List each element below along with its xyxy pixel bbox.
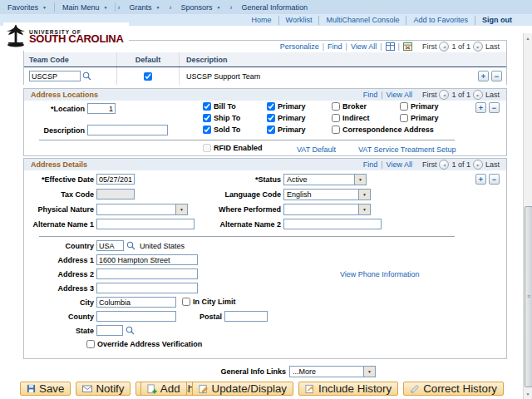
language-code-label: Language Code — [214, 190, 281, 199]
view-all-link[interactable]: View All — [351, 42, 377, 51]
include-history-button[interactable]: Include History — [298, 382, 398, 396]
previous-row-icon[interactable] — [439, 160, 449, 170]
delete-location-button[interactable] — [489, 102, 500, 113]
find-link[interactable]: Find — [363, 160, 378, 169]
next-row-icon[interactable] — [473, 42, 483, 52]
university-logo: UNIVERSITY OF SOUTH CAROLINA — [3, 22, 129, 51]
sold-to-checkbox-cell: Sold To — [203, 126, 240, 134]
alternate-name-1-input[interactable] — [96, 219, 195, 229]
vat-default-link[interactable]: VAT Default — [297, 145, 336, 154]
add-address-row-button[interactable] — [475, 174, 486, 185]
download-to-excel-icon[interactable] — [403, 42, 412, 51]
ship-primary-checkbox[interactable] — [267, 114, 275, 122]
state-label: State — [24, 327, 94, 335]
indirect-primary-checkbox[interactable] — [400, 114, 408, 122]
rfid-enabled-checkbox[interactable] — [203, 144, 211, 152]
broker-checkbox[interactable] — [332, 102, 340, 111]
next-row-icon[interactable] — [473, 160, 483, 170]
add-icon — [147, 384, 157, 394]
team-code-input[interactable] — [29, 71, 81, 81]
section-pager: First 1 of 1 Last — [422, 160, 500, 170]
find-link[interactable]: Find — [328, 42, 342, 51]
location-input[interactable] — [87, 103, 116, 114]
indirect-checkbox[interactable] — [332, 114, 340, 122]
delete-address-row-button[interactable] — [489, 174, 500, 185]
country-lookup-icon[interactable] — [126, 241, 135, 250]
ship-to-checkbox[interactable] — [203, 114, 211, 122]
scrollbar-thumb[interactable] — [525, 206, 532, 387]
team-code-lookup-icon[interactable] — [82, 71, 91, 81]
view-phone-information-link[interactable]: View Phone Information — [340, 270, 419, 278]
status-select[interactable]: Active — [283, 174, 367, 185]
where-performed-select[interactable] — [283, 204, 371, 215]
menu-favorites[interactable]: Favorites — [0, 3, 54, 12]
previous-row-icon[interactable] — [439, 90, 449, 100]
default-checkbox[interactable] — [144, 72, 152, 81]
correct-history-button[interactable]: Correct History — [403, 382, 504, 396]
home-link[interactable]: Home — [245, 16, 278, 24]
bill-primary-checkbox[interactable] — [267, 102, 275, 111]
breadcrumb-sponsors[interactable]: Sponsors — [173, 3, 228, 12]
effective-date-input[interactable] — [96, 174, 135, 185]
add-button[interactable]: Add — [140, 382, 187, 396]
address-details-section: Address Details Find View All First 1 of… — [23, 158, 507, 359]
address-1-input[interactable] — [96, 254, 198, 265]
physical-nature-select[interactable] — [96, 204, 188, 215]
previous-row-icon[interactable] — [439, 42, 449, 52]
location-description-input[interactable] — [87, 125, 168, 135]
correspondence-address-checkbox[interactable] — [332, 126, 340, 134]
add-to-favorites-link[interactable]: Add to Favorites — [406, 16, 475, 24]
worklist-link[interactable]: Worklist — [279, 16, 319, 24]
tax-code-input[interactable] — [96, 189, 135, 200]
general-info-links-select[interactable]: ...More — [289, 366, 376, 377]
add-location-button[interactable] — [475, 102, 486, 113]
address-2-input[interactable] — [96, 268, 198, 279]
alternate-name-1-label: Alternate Name 1 — [24, 220, 94, 229]
chevron-icon — [167, 3, 173, 12]
personalize-link[interactable]: Personalize — [280, 42, 319, 51]
broker-primary-checkbox[interactable] — [400, 102, 408, 111]
vat-service-treatment-setup-link[interactable]: VAT Service Treatment Setup — [358, 145, 456, 154]
update-display-button[interactable]: Update/Display — [192, 382, 293, 396]
scroll-down-button[interactable]: ▼ — [524, 389, 532, 399]
override-address-verification-checkbox[interactable] — [86, 340, 95, 348]
sold-to-checkbox[interactable] — [203, 126, 211, 134]
vertical-scrollbar[interactable]: ▲ ▼ — [523, 33, 532, 399]
sign-out-link[interactable]: Sign out — [475, 16, 519, 24]
find-link[interactable]: Find — [363, 91, 378, 99]
delete-row-button[interactable] — [491, 71, 502, 81]
breadcrumb-current-page[interactable]: General Information — [234, 3, 315, 12]
postal-input[interactable] — [224, 311, 268, 322]
pager-first-label[interactable]: First — [422, 91, 437, 99]
next-row-icon[interactable] — [473, 90, 483, 100]
effective-date-label: *Effective Date — [24, 175, 94, 184]
sold-primary-checkbox[interactable] — [267, 126, 275, 134]
add-row-button[interactable] — [478, 71, 489, 81]
menu-main-menu[interactable]: Main Menu — [55, 3, 115, 12]
alternate-name-2-input[interactable] — [283, 219, 382, 229]
pager-last-label[interactable]: Last — [485, 91, 500, 99]
address-3-input[interactable] — [96, 283, 198, 293]
notify-envelope-icon — [82, 384, 92, 393]
dropdown-arrow-icon — [358, 190, 370, 200]
breadcrumb-grants[interactable]: Grants — [121, 3, 167, 12]
pager-first-label[interactable]: First — [422, 160, 437, 169]
state-input[interactable] — [96, 325, 123, 336]
pager-last-label[interactable]: Last — [485, 160, 500, 169]
country-input[interactable] — [96, 240, 124, 251]
county-input[interactable] — [96, 311, 176, 322]
zoom-grid-icon[interactable] — [386, 42, 395, 51]
pager-last-label[interactable]: Last — [485, 42, 500, 51]
state-lookup-icon[interactable] — [126, 326, 135, 335]
pager-first-label[interactable]: First — [422, 42, 437, 51]
scroll-up-button[interactable]: ▲ — [524, 33, 532, 43]
notify-button[interactable]: Notify — [76, 382, 131, 396]
bill-to-checkbox[interactable] — [203, 102, 211, 111]
view-all-link[interactable]: View All — [387, 160, 412, 169]
in-city-limit-checkbox[interactable] — [182, 298, 190, 306]
multichannel-console-link[interactable]: MultiChannel Console — [319, 16, 406, 24]
save-button[interactable]: Save — [20, 382, 71, 396]
city-input[interactable] — [96, 297, 176, 308]
language-code-select[interactable]: English — [283, 189, 371, 200]
view-all-link[interactable]: View All — [387, 91, 412, 99]
